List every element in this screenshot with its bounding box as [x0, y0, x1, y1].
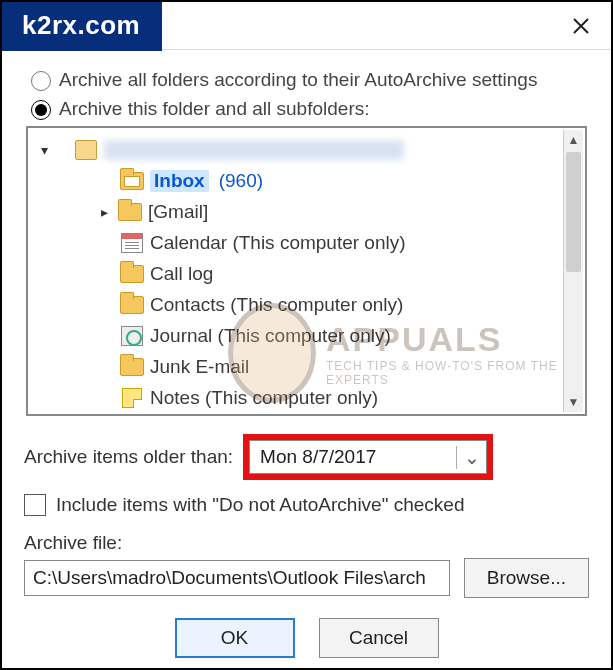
- archive-file-label: Archive file:: [24, 532, 589, 554]
- tree-item-inbox[interactable]: Inbox (960): [36, 165, 561, 196]
- inbox-icon: [120, 171, 144, 191]
- tree-root-row[interactable]: ▾: [36, 134, 561, 165]
- tree-scrollbar[interactable]: ▲ ▼: [563, 130, 583, 412]
- tree-item-count: (960): [219, 170, 263, 192]
- journal-icon: [120, 326, 144, 346]
- close-icon[interactable]: [561, 8, 601, 44]
- chevron-right-icon[interactable]: ▸: [96, 204, 112, 220]
- browse-button[interactable]: Browse...: [464, 558, 589, 598]
- account-name-redacted: [104, 140, 404, 160]
- tree-item-label: Call log: [150, 263, 213, 285]
- older-than-date-picker[interactable]: Mon 8/7/2017 ⌄: [249, 440, 487, 474]
- chevron-down-icon[interactable]: ⌄: [456, 446, 486, 469]
- folder-icon: [118, 202, 142, 222]
- ok-button[interactable]: OK: [175, 618, 295, 658]
- radio-archive-this[interactable]: Archive this folder and all subfolders:: [26, 97, 597, 120]
- scroll-up-icon[interactable]: ▲: [564, 130, 583, 150]
- tree-item-label: Notes (This computer only): [150, 387, 378, 409]
- archive-file-input[interactable]: C:\Users\madro\Documents\Outlook Files\a…: [24, 560, 450, 596]
- include-checkbox[interactable]: [24, 494, 46, 516]
- cancel-button[interactable]: Cancel: [319, 618, 439, 658]
- tree-item-journal[interactable]: Journal (This computer only): [36, 320, 561, 351]
- tree-item-calllog[interactable]: Call log: [36, 258, 561, 289]
- tree-item-gmail[interactable]: ▸ [Gmail]: [36, 196, 561, 227]
- tree-item-label: Calendar (This computer only): [150, 232, 406, 254]
- tree-item-label: Junk E-mail: [150, 356, 249, 378]
- tree-item-junk[interactable]: Junk E-mail: [36, 351, 561, 382]
- radio-archive-all-label: Archive all folders according to their A…: [59, 69, 537, 91]
- older-than-label: Archive items older than:: [24, 446, 233, 468]
- chevron-down-icon[interactable]: ▾: [36, 142, 52, 158]
- tree-item-label: Inbox: [150, 170, 209, 192]
- account-icon: [74, 140, 98, 160]
- tree-item-label: Contacts (This computer only): [150, 294, 403, 316]
- radio-archive-all[interactable]: Archive all folders according to their A…: [26, 68, 597, 91]
- tree-item-contacts[interactable]: Contacts (This computer only): [36, 289, 561, 320]
- calendar-icon: [120, 233, 144, 253]
- radio-archive-this-label: Archive this folder and all subfolders:: [59, 98, 370, 120]
- folder-tree[interactable]: ▾ Inbox (960) ▸ [Gmail]: [26, 126, 587, 416]
- folder-icon: [120, 357, 144, 377]
- date-highlight-box: Mon 8/7/2017 ⌄: [243, 434, 493, 480]
- include-checkbox-label: Include items with "Do not AutoArchive" …: [56, 494, 464, 516]
- scroll-down-icon[interactable]: ▼: [564, 392, 583, 412]
- scroll-thumb[interactable]: [566, 152, 581, 272]
- tree-item-notes[interactable]: Notes (This computer only): [36, 382, 561, 412]
- note-icon: [120, 388, 144, 408]
- tree-item-label: Journal (This computer only): [150, 325, 391, 347]
- site-watermark: k2rx.com: [2, 2, 162, 51]
- tree-item-label: [Gmail]: [148, 201, 208, 223]
- folder-icon: [120, 295, 144, 315]
- archive-file-value: C:\Users\madro\Documents\Outlook Files\a…: [33, 567, 426, 589]
- folder-icon: [120, 264, 144, 284]
- older-than-value: Mon 8/7/2017: [250, 446, 456, 468]
- tree-item-calendar[interactable]: Calendar (This computer only): [36, 227, 561, 258]
